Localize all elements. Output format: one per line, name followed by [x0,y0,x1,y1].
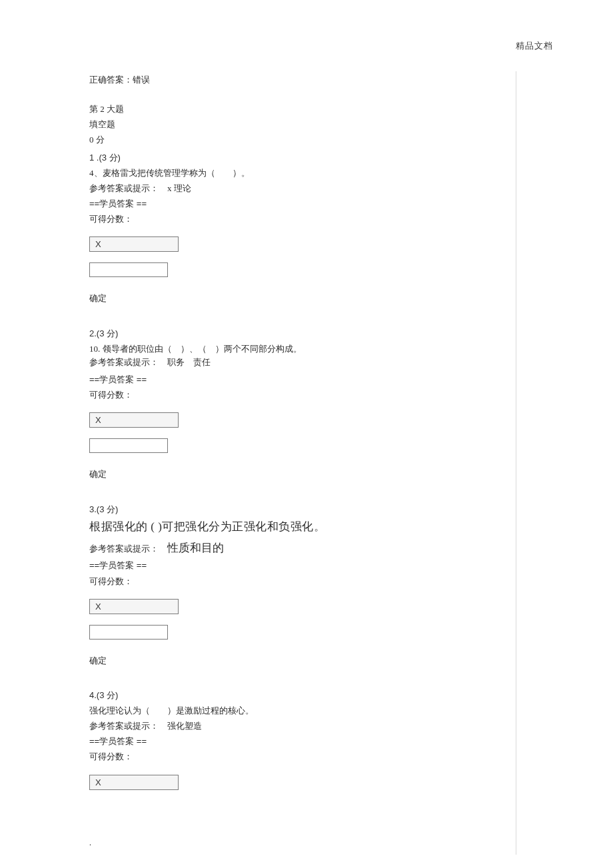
section-type: 填空题 [89,118,516,131]
q1-score-input-2[interactable] [89,262,168,277]
q2-score-label: 可得分数： [89,388,516,402]
q2-number: 2.(3 分) [89,327,516,340]
q3-student-label: ==学员答案 == [89,559,516,572]
q4-hint-label: 参考答案或提示： [89,721,159,731]
q2-body: 10. 领导者的职位由（ ）、（ ）两个不同部分构成。参考答案或提示： 职务 责… [89,342,309,369]
q3-body: 根据强化的 ( )可把强化分为正强化和负强化。 [89,518,516,536]
q3-score-input-1[interactable]: X [89,599,179,614]
q3-hint-label: 参考答案或提示： [89,544,159,554]
q3-score-input-2[interactable] [89,625,168,640]
section-score: 0 分 [89,133,516,147]
page-watermark: 精品文档 [516,40,553,52]
q4-hint: 参考答案或提示： 强化塑造 [89,719,516,733]
q1-hint-label: 参考答案或提示： [89,183,159,193]
q3-score-label: 可得分数： [89,575,516,588]
q1-number: 1 .(3 分) [89,151,516,165]
q1-body: 4、麦格雷戈把传统管理学称为（ ）。 [89,167,516,180]
q1-score-input-1[interactable]: X [89,236,179,252]
right-vertical-rule [516,71,516,855]
q2-confirm[interactable]: 确定 [89,468,516,481]
q3-hint-answer: 性质和目的 [167,542,224,554]
section-title: 第 2 大题 [89,103,516,116]
q2-score-input-2[interactable] [89,438,168,453]
q2-student-label: ==学员答案 == [89,373,516,386]
footer-dot: . [89,838,91,848]
q4-score-label: 可得分数： [89,750,516,763]
main-content: 正确答案：错误 第 2 大题 填空题 0 分 1 .(3 分) 4、麦格雷戈把传… [89,73,516,794]
q4-body: 强化理论认为（ ）是激励过程的核心。 [89,704,516,717]
q1-confirm[interactable]: 确定 [89,292,516,305]
q3-hint: 参考答案或提示： 性质和目的 [89,540,516,557]
q1-student-label: ==学员答案 == [89,197,516,211]
q2-score-input-1[interactable]: X [89,412,179,428]
q1-score-label: 可得分数： [89,213,516,226]
q4-number: 4.(3 分) [89,689,516,702]
q1-hint: 参考答案或提示： x 理论 [89,182,516,195]
q1-hint-answer: x 理论 [167,183,191,193]
q4-student-label: ==学员答案 == [89,735,516,748]
q4-score-input-1[interactable]: X [89,775,179,790]
q4-hint-answer: 强化塑造 [167,721,202,731]
q3-confirm[interactable]: 确定 [89,654,516,667]
correct-answer-line: 正确答案：错误 [89,73,516,87]
q3-number: 3.(3 分) [89,503,516,516]
